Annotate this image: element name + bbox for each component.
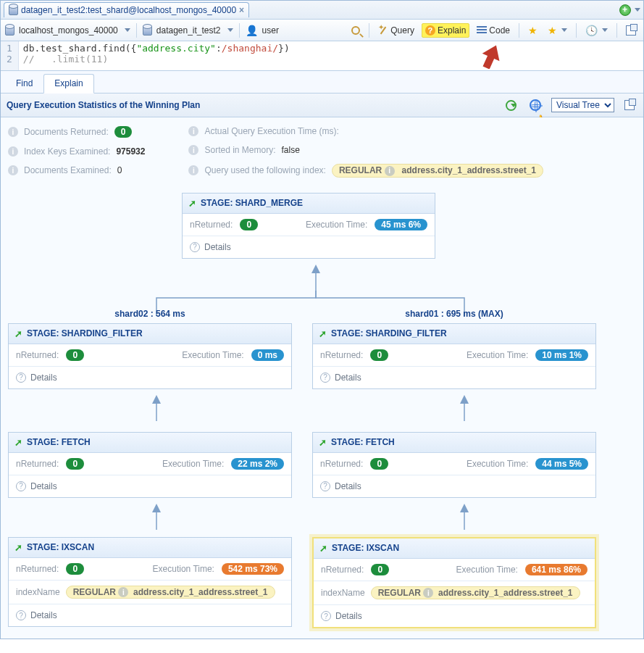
- connection-selector[interactable]: localhost_mongos_40000: [19, 25, 118, 36]
- shard-right-label: shard01 : 695 ms (MAX): [312, 309, 596, 319]
- line-number: 2: [7, 54, 12, 65]
- explain-tree[interactable]: ➚STAGE: SHARD_MERGE nReturned: 0 Executi…: [1, 182, 643, 639]
- editor-gutter: 1 2: [1, 41, 19, 70]
- question-icon: ?: [190, 242, 200, 252]
- history-button[interactable]: 🕓: [582, 23, 611, 38]
- code-button[interactable]: Code: [474, 24, 513, 37]
- details-toggle[interactable]: ?Details: [314, 605, 595, 627]
- tab-title: datagen_it_test2:test_shard@localhost_mo…: [21, 5, 236, 15]
- stage-icon: ➚: [14, 542, 22, 553]
- star-plus-icon: ★: [528, 25, 538, 36]
- connection-icon: [5, 25, 14, 36]
- toolbar-separator: [136, 23, 137, 38]
- stage-icon: ➚: [319, 328, 327, 339]
- stat-value: 0: [114, 126, 133, 138]
- stage-fetch-left[interactable]: ➚STAGE: FETCH nReturned:0Execution Time:…: [8, 432, 292, 498]
- database-selector[interactable]: datagen_it_test2: [156, 25, 221, 36]
- stats-panel: i Documents Returned: 0 i Index Keys Exa…: [1, 117, 643, 182]
- caret-down-icon: [602, 28, 608, 32]
- toolbar-separator: [616, 23, 617, 38]
- result-tabs: Find Explain: [1, 71, 643, 93]
- details-toggle[interactable]: ?Details: [9, 367, 291, 388]
- popout-button[interactable]: [623, 24, 639, 37]
- question-icon: ?: [16, 373, 26, 383]
- stat-index-used: i Query used the following index: REGULA…: [188, 164, 543, 178]
- question-icon: ?: [320, 373, 330, 383]
- wand-icon: [378, 25, 388, 36]
- info-icon: i: [118, 587, 128, 597]
- info-icon: i: [423, 588, 433, 598]
- stage-sharding-filter-left[interactable]: ➚STAGE: SHARDING_FILTER nReturned:0Execu…: [8, 323, 292, 389]
- explain-label: Explain: [438, 25, 466, 36]
- globe-icon: [530, 99, 541, 111]
- refresh-icon: [506, 100, 517, 111]
- index-pill: REGULAR i address.city_1_address.street_…: [371, 586, 580, 600]
- info-icon: i: [188, 126, 198, 136]
- query-button[interactable]: Query: [375, 24, 417, 37]
- stage-ixscan-right[interactable]: ➚STAGE: IXSCAN nReturned:0Execution Time…: [312, 537, 596, 629]
- stage-shard-merge[interactable]: ➚STAGE: SHARD_MERGE nReturned: 0 Executi…: [182, 193, 435, 259]
- details-toggle[interactable]: ?Details: [313, 367, 595, 388]
- star-icon: ★: [548, 25, 557, 36]
- history-icon: 🕓: [585, 25, 598, 36]
- view-mode-select[interactable]: Visual Tree: [551, 98, 614, 112]
- line-number: 1: [7, 43, 12, 54]
- stage-fetch-right[interactable]: ➚STAGE: FETCH nReturned:0Execution Time:…: [312, 432, 596, 498]
- info-icon: i: [385, 166, 395, 176]
- info-icon: i: [188, 145, 198, 155]
- toolbar-separator: [369, 23, 369, 38]
- zoom-pan-toggle-button[interactable]: [503, 99, 519, 112]
- info-icon: i: [8, 165, 18, 175]
- favorite-add-button[interactable]: ★: [525, 23, 540, 38]
- stat-docs-returned: i Documents Returned: 0: [8, 126, 145, 138]
- details-toggle[interactable]: ?Details: [183, 236, 435, 258]
- stat-docs-examined: i Documents Examined: 0: [8, 165, 145, 175]
- stat-index-keys: i Index Keys Examined: 975932: [8, 146, 145, 157]
- explain-button[interactable]: ?Explain: [422, 23, 469, 38]
- tab-find[interactable]: Find: [5, 74, 43, 93]
- toolbar-separator: [576, 23, 577, 38]
- stage-sharding-filter-right[interactable]: ➚STAGE: SHARDING_FILTER nReturned:0Execu…: [312, 323, 596, 389]
- stage-icon: ➚: [188, 198, 196, 209]
- index-pill: REGULAR i address.city_1_address.street_…: [66, 586, 275, 599]
- user-icon: 👤: [246, 25, 258, 36]
- web-view-button[interactable]: [527, 98, 544, 112]
- magnifier-icon: [351, 26, 360, 35]
- find-tool-button[interactable]: [348, 25, 363, 36]
- toolbar-separator: [239, 23, 240, 38]
- details-toggle[interactable]: ?Details: [313, 475, 595, 497]
- index-pill: REGULAR i address.city_1_address.street_…: [332, 164, 543, 178]
- editor-content[interactable]: db.test_shard.find({"address.city":/shan…: [19, 41, 294, 70]
- database-caret-icon[interactable]: [227, 28, 233, 32]
- stat-exec-time: i Actual Query Execution Time (ms):: [188, 126, 543, 136]
- connection-caret-icon[interactable]: [125, 28, 130, 32]
- user-selector[interactable]: user: [262, 25, 279, 36]
- info-icon: i: [8, 127, 18, 137]
- details-toggle[interactable]: ?Details: [9, 475, 291, 497]
- code-label: Code: [489, 25, 510, 36]
- window-tabbar: datagen_it_test2:test_shard@localhost_mo…: [1, 1, 643, 20]
- popout-section-button[interactable]: [622, 99, 637, 112]
- details-toggle[interactable]: ?Details: [9, 604, 291, 626]
- collection-icon: [143, 25, 152, 36]
- main-toolbar: localhost_mongos_40000 datagen_it_test2 …: [1, 20, 643, 41]
- question-icon: ?: [425, 25, 435, 36]
- section-title: Query Execution Statistics of the Winnin…: [7, 100, 200, 110]
- tab-explain[interactable]: Explain: [43, 74, 93, 93]
- question-icon: ?: [16, 610, 26, 620]
- stage-ixscan-left[interactable]: ➚STAGE: IXSCAN nReturned:0Execution Time…: [8, 537, 292, 628]
- connection-tab[interactable]: datagen_it_test2:test_shard@localhost_mo…: [4, 2, 249, 17]
- info-icon: i: [188, 165, 198, 175]
- tab-menu-caret-icon[interactable]: [635, 8, 640, 12]
- close-tab-icon[interactable]: ×: [239, 5, 244, 15]
- favorite-menu-button[interactable]: ★: [545, 23, 570, 38]
- stat-sorted: i Sorted in Memory: false: [188, 145, 543, 155]
- question-icon: ?: [321, 611, 331, 621]
- code-editor[interactable]: 1 2 db.test_shard.find({"address.city":/…: [1, 41, 643, 71]
- code-icon: [477, 26, 487, 35]
- popout-icon: [626, 25, 636, 36]
- stage-icon: ➚: [319, 543, 327, 554]
- popout-icon: [624, 100, 635, 110]
- stage-icon: ➚: [319, 437, 327, 448]
- add-tab-button[interactable]: [619, 4, 631, 16]
